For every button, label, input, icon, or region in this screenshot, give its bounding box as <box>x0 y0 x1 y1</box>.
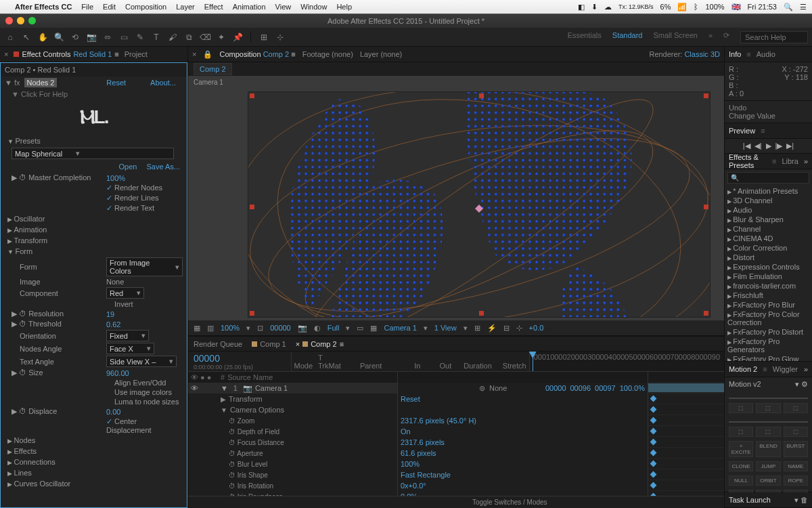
close-panel-icon[interactable]: × <box>4 50 8 58</box>
zoom-button[interactable] <box>28 17 36 24</box>
notif-icon[interactable]: ☰ <box>800 3 807 12</box>
menu-effect[interactable]: Effect <box>204 3 223 11</box>
workspace-standard[interactable]: Standard <box>612 31 643 43</box>
camera-prop[interactable]: ⏱ Aperture <box>188 448 397 459</box>
bbox-handle[interactable] <box>250 311 254 316</box>
effect-category[interactable]: Color Correction <box>727 243 809 253</box>
effect-category[interactable]: Channel <box>727 224 809 234</box>
tab-layer[interactable]: Layer (none) <box>360 50 402 58</box>
reset-link[interactable]: Reset <box>106 79 126 87</box>
task-launch-dropdown[interactable]: Task Launch <box>729 496 771 504</box>
camera-prop[interactable]: ⏱ Zoom <box>188 415 397 426</box>
master-completion-value[interactable]: 100% <box>106 174 125 182</box>
menu-window[interactable]: Window <box>300 3 327 11</box>
camera-transform[interactable]: ▶ Transform <box>188 394 397 404</box>
size-value[interactable]: 960.00 <box>106 369 129 377</box>
text-tool-icon[interactable]: T <box>150 31 162 43</box>
motion-button[interactable]: BURST <box>784 441 808 457</box>
next-frame-icon[interactable]: |▶ <box>775 142 783 150</box>
snap-icon[interactable]: ⊞ <box>258 31 270 43</box>
motion-button[interactable]: ORBIT <box>756 475 780 486</box>
tab-comp2[interactable]: × Comp 2 ≡ <box>296 340 344 348</box>
effect-category[interactable]: francois-tarlier.com <box>727 281 809 291</box>
tab-wiggler[interactable]: Wiggler <box>773 365 798 373</box>
tab-preview[interactable]: Preview <box>729 127 755 135</box>
tab-render-queue[interactable]: Render Queue <box>194 340 242 348</box>
fx-toggle-icon[interactable]: ▼ fx <box>5 79 20 87</box>
effect-name[interactable]: Nodes 2 <box>24 78 58 87</box>
effect-category[interactable]: FxFactory Pro Distort <box>727 327 809 337</box>
guides-icon[interactable]: ▥ <box>207 324 214 333</box>
spotlight-icon[interactable]: 🔍 <box>784 3 793 12</box>
render-lines-check[interactable]: Render Lines <box>106 194 159 203</box>
menu-animation[interactable]: Animation <box>233 3 266 11</box>
tab-comp1[interactable]: Comp 1 <box>252 340 286 348</box>
effect-category[interactable]: Expression Controls <box>727 262 809 272</box>
motion-button[interactable]: + EXCITE <box>729 441 753 457</box>
menu-layer[interactable]: Layer <box>176 3 195 11</box>
tab-project[interactable]: Project <box>125 50 148 58</box>
panbehind-tool-icon[interactable]: ⬄ <box>102 31 114 43</box>
render-nodes-check[interactable]: Render Nodes <box>106 184 162 192</box>
menu-view[interactable]: View <box>275 3 292 11</box>
app-name[interactable]: After Effects CC <box>15 3 72 11</box>
bbox-handle[interactable] <box>704 93 708 98</box>
roi-icon[interactable]: ▭ <box>357 324 363 333</box>
motion-button[interactable]: CLONE <box>729 461 753 471</box>
zoom-tool-icon[interactable]: 🔍 <box>53 31 65 43</box>
bbox-handle[interactable] <box>479 93 484 98</box>
tab-libraries[interactable]: Libra <box>782 157 798 165</box>
tab-effect-controls[interactable]: Effect Controls Red Solid 1 ≡ <box>14 50 118 58</box>
presets-section[interactable]: Presets <box>1 135 187 146</box>
dropbox-icon[interactable]: ⬇ <box>591 3 597 12</box>
motion-button[interactable]: JUMP <box>756 461 780 471</box>
play-icon[interactable]: ▶ <box>766 142 771 150</box>
imagecolors-check[interactable]: Use image colors <box>106 388 172 396</box>
invert-check[interactable]: Invert <box>106 300 133 308</box>
oscillator-section[interactable]: Oscillator <box>1 213 187 224</box>
timeline-icon[interactable]: ⊟ <box>503 324 510 333</box>
animation-section[interactable]: Animation <box>1 224 187 235</box>
lines-section[interactable]: Lines <box>1 467 187 478</box>
camera-prop[interactable]: ⏱ Focus Distance <box>188 437 397 448</box>
preset-dropdown[interactable]: Map Spherical <box>12 148 174 159</box>
comp-subtab[interactable]: Comp 2 <box>194 63 232 75</box>
prev-frame-icon[interactable]: ◀| <box>754 142 762 150</box>
motion-button[interactable]: BLEND <box>756 441 780 457</box>
motion-button[interactable]: NAME <box>784 461 808 471</box>
wifi-icon[interactable]: 📶 <box>677 3 687 12</box>
camera-prop[interactable]: ⏱ Iris Roundness <box>188 491 397 496</box>
render-text-check[interactable]: Render Text <box>106 204 154 213</box>
resolution-value[interactable]: 19 <box>106 310 114 318</box>
hand-tool-icon[interactable]: ✋ <box>37 31 49 43</box>
flag-icon[interactable]: 🇬🇧 <box>731 3 741 12</box>
bbox-handle[interactable] <box>250 93 254 98</box>
viewer-canvas[interactable] <box>248 91 710 318</box>
help-link[interactable]: ▼ Click For Help <box>1 89 187 100</box>
tab-footage[interactable]: Footage (none) <box>302 50 353 58</box>
tab-effects-presets[interactable]: Effects & Presets <box>729 153 767 169</box>
puppet-tool-icon[interactable]: 📌 <box>231 31 244 43</box>
view-dropdown[interactable]: 1 View <box>434 324 457 332</box>
camera-options[interactable]: ▼ Camera Options <box>188 404 397 415</box>
camera-dropdown[interactable]: Camera 1 <box>384 324 416 332</box>
curves-section[interactable]: Curves Oscillator <box>1 478 187 489</box>
grid-icon[interactable]: ▦ <box>194 324 200 333</box>
composition-viewer[interactable]: Camera 1 <box>188 76 724 335</box>
effect-category[interactable]: * Animation Presets <box>727 186 809 196</box>
workspace-small[interactable]: Small Screen <box>653 31 697 43</box>
camera-prop[interactable]: ⏱ Iris Rotation <box>188 480 397 491</box>
threshold-value[interactable]: 0.62 <box>106 320 120 329</box>
clock[interactable]: Fri 21:53 <box>748 3 777 11</box>
help-search-input[interactable] <box>740 31 808 43</box>
bbox-handle[interactable] <box>250 205 254 209</box>
zoom-dropdown[interactable]: 100% <box>221 324 240 332</box>
roto-tool-icon[interactable]: ✦ <box>215 31 227 43</box>
effect-category[interactable]: Film Emulation <box>727 272 809 281</box>
shape-tool-icon[interactable]: ▭ <box>118 31 130 43</box>
pen-tool-icon[interactable]: ✎ <box>134 31 146 43</box>
workspace-more-icon[interactable]: » <box>708 31 713 43</box>
menu-composition[interactable]: Composition <box>125 3 166 11</box>
layer-camera[interactable]: 👁▼1📷Camera 1 <box>188 383 397 394</box>
rotate-tool-icon[interactable]: ⟲ <box>69 31 81 43</box>
